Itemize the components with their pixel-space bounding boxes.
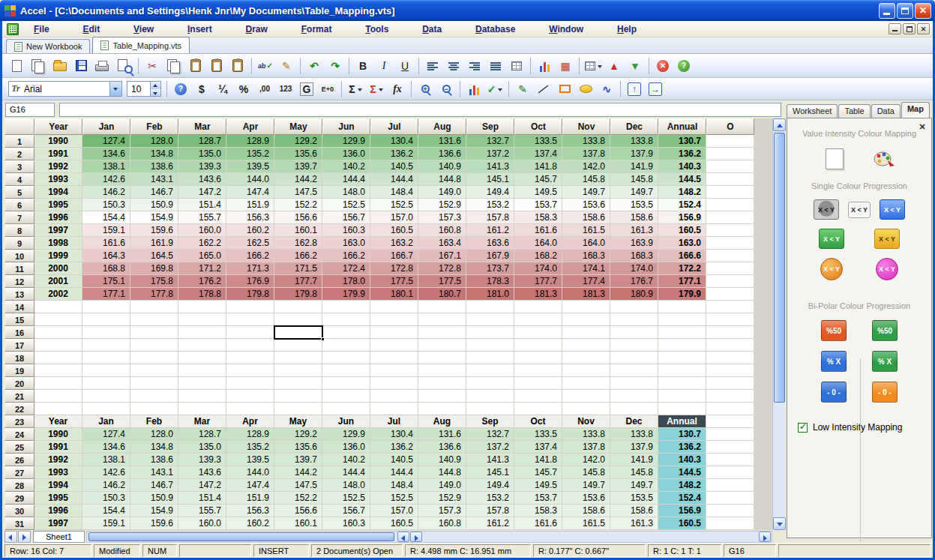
grid-cell[interactable] — [706, 250, 754, 262]
grid-cell[interactable] — [226, 377, 274, 390]
grid-cell[interactable]: 158.6 — [562, 211, 610, 224]
grid-cell[interactable]: 153.5 — [610, 199, 658, 211]
grid-cell[interactable]: 156.9 — [658, 211, 706, 224]
grid-cell[interactable]: Sep — [466, 415, 514, 428]
grid-cell[interactable]: 139.5 — [226, 160, 274, 173]
grid-cell[interactable] — [658, 377, 706, 390]
grid-cell[interactable]: 153.7 — [514, 492, 562, 505]
horizontal-scrollbar[interactable] — [86, 531, 772, 543]
grid-cell[interactable] — [322, 313, 370, 326]
grid-cell[interactable] — [514, 352, 562, 364]
grid-cell[interactable] — [274, 352, 322, 364]
grid-cell[interactable] — [130, 313, 178, 326]
grid-cell[interactable]: 128.0 — [130, 135, 178, 148]
grid-cell[interactable]: 141.3 — [466, 160, 514, 173]
grid-cell[interactable] — [514, 403, 562, 415]
grid-cell[interactable]: 141.3 — [466, 454, 514, 466]
grid-cell[interactable] — [466, 390, 514, 403]
grid-cell[interactable] — [706, 377, 754, 390]
format-painter-icon[interactable]: ✎ — [277, 57, 296, 75]
grid-cell[interactable]: 160.0 — [178, 517, 226, 530]
vertical-scrollbar[interactable] — [772, 118, 785, 530]
grid-cell[interactable]: 160.2 — [226, 224, 274, 237]
grid-cell[interactable] — [562, 326, 610, 339]
grid-cell[interactable]: 177.8 — [130, 288, 178, 301]
grid-cell[interactable]: 131.6 — [418, 428, 466, 441]
grid-cell[interactable]: 145.7 — [514, 466, 562, 479]
grid-cell[interactable]: 172.2 — [658, 262, 706, 275]
grid-cell[interactable]: 175.1 — [82, 275, 130, 288]
grid-cell[interactable] — [514, 339, 562, 352]
grid-cell[interactable]: 134.8 — [130, 441, 178, 454]
grid-cell[interactable]: 166.7 — [370, 250, 418, 262]
italic-icon[interactable]: I — [374, 57, 394, 75]
grid-cell[interactable] — [706, 466, 754, 479]
grid-cell[interactable] — [610, 313, 658, 326]
draw-pencil-icon[interactable]: ✎ — [513, 80, 532, 98]
grid-cell[interactable] — [322, 339, 370, 352]
grid-cell[interactable]: 179.9 — [658, 288, 706, 301]
single-yellow-button[interactable]: X < Y — [874, 229, 900, 249]
row-header-27[interactable]: 27 — [4, 466, 34, 479]
menu-draw[interactable]: Draw — [243, 22, 271, 36]
grid-cell[interactable] — [658, 352, 706, 364]
grid-cell[interactable]: 154.4 — [82, 211, 130, 224]
grid-cell[interactable] — [274, 313, 322, 326]
grid-cell[interactable]: 128.9 — [226, 135, 274, 148]
menu-format[interactable]: Format — [298, 22, 335, 36]
grid-cell[interactable] — [418, 313, 466, 326]
grid-cell[interactable] — [514, 326, 562, 339]
grid-cell[interactable]: 160.1 — [274, 224, 322, 237]
grid-cell[interactable]: 154.9 — [130, 211, 178, 224]
mdi-close-button[interactable] — [917, 23, 930, 34]
grid-cell[interactable]: 140.2 — [322, 454, 370, 466]
row-header-7[interactable]: 7 — [4, 211, 34, 224]
grid-cell[interactable]: 155.7 — [178, 505, 226, 517]
grid-cell[interactable]: 158.6 — [610, 211, 658, 224]
column-header-dec[interactable]: Dec — [610, 118, 658, 135]
scientific-format-icon[interactable]: E+0 — [318, 80, 337, 98]
row-header-19[interactable]: 19 — [4, 364, 34, 377]
grid-cell[interactable]: 161.3 — [610, 517, 658, 530]
column-header-annual[interactable]: Annual — [658, 118, 706, 135]
grid-cell[interactable] — [274, 301, 322, 313]
grid-cell[interactable]: 143.1 — [130, 466, 178, 479]
grid-cell[interactable]: 150.3 — [82, 492, 130, 505]
grid-cell[interactable]: Dec — [610, 415, 658, 428]
grid-cell[interactable]: 133.8 — [610, 428, 658, 441]
grid-cell[interactable]: 168.8 — [82, 262, 130, 275]
grid-cell[interactable]: 129.9 — [322, 428, 370, 441]
grid-cell[interactable]: 168.3 — [610, 250, 658, 262]
row-header-25[interactable]: 25 — [4, 441, 34, 454]
grid-cell[interactable]: 142.0 — [562, 454, 610, 466]
grid-cell[interactable]: 149.4 — [466, 186, 514, 199]
grid-cell[interactable]: 137.9 — [610, 148, 658, 160]
grid-cell[interactable] — [370, 377, 418, 390]
panel-tab-data[interactable]: Data — [871, 104, 901, 118]
grid-cell[interactable] — [514, 390, 562, 403]
grid-cell[interactable]: 128.9 — [226, 428, 274, 441]
grid-cell[interactable] — [178, 364, 226, 377]
grid-cell[interactable] — [514, 301, 562, 313]
grid-cell[interactable] — [706, 326, 754, 339]
row-header-4[interactable]: 4 — [4, 173, 34, 186]
grid-cell[interactable] — [706, 454, 754, 466]
grid-cell[interactable]: 144.0 — [226, 466, 274, 479]
grid-cell[interactable] — [370, 352, 418, 364]
grid-cell[interactable]: 127.4 — [82, 135, 130, 148]
grid-cell[interactable]: 147.5 — [274, 479, 322, 492]
grid-cell[interactable]: Apr — [226, 415, 274, 428]
grid-cell[interactable] — [178, 352, 226, 364]
row-header-18[interactable]: 18 — [4, 352, 34, 364]
grid-cell[interactable] — [466, 301, 514, 313]
grid-cell[interactable]: 163.9 — [610, 237, 658, 250]
row-header-23[interactable]: 23 — [4, 415, 34, 428]
grid-cell[interactable]: 137.9 — [610, 441, 658, 454]
fill-handle[interactable] — [321, 337, 325, 341]
grid-cell[interactable]: 129.9 — [322, 135, 370, 148]
grid-cell[interactable] — [82, 313, 130, 326]
grid-cell[interactable]: 149.7 — [562, 186, 610, 199]
grid-cell[interactable]: 139.3 — [178, 454, 226, 466]
grid-cell[interactable]: 1997 — [34, 517, 82, 530]
single-gray-button[interactable]: X < Y — [814, 199, 839, 220]
